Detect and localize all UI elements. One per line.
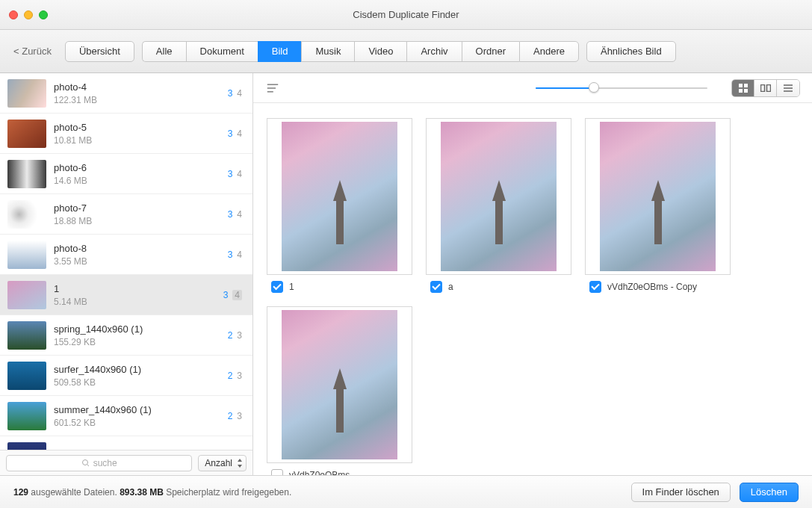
list-item[interactable]: photo-718.88 MB34: [0, 194, 252, 235]
delete-in-finder-button[interactable]: Im Finder löschen: [631, 483, 731, 502]
tab-alle[interactable]: Alle: [142, 41, 186, 62]
svg-point-0: [82, 459, 87, 465]
close-window-button[interactable]: [9, 10, 18, 19]
item-size: 10.81 MB: [54, 135, 228, 146]
thumbnail: [7, 79, 46, 108]
card-name: vVdhZ0eOBms: [289, 470, 350, 475]
svg-rect-10: [766, 84, 770, 91]
tab-andere[interactable]: Andere: [519, 41, 579, 62]
card-image: [441, 122, 557, 271]
status-text: 129 ausgewählte Dateien. 893.38 MB Speic…: [13, 487, 291, 498]
titlebar: Cisdem Duplicate Finder: [0, 0, 812, 30]
item-size: 601.52 KB: [54, 418, 228, 428]
thumbnail: [7, 160, 46, 188]
thumbnail-size-slider[interactable]: [536, 87, 707, 90]
item-counts: 34: [228, 250, 242, 260]
thumbnail: [7, 321, 46, 350]
svg-rect-8: [744, 89, 748, 93]
preview-grid-scroll[interactable]: 1avVdhZ0eOBms - CopyvVdhZ0eOBms: [253, 103, 812, 475]
overview-button[interactable]: Übersicht: [65, 41, 134, 62]
tab-dokument[interactable]: Dokument: [186, 41, 258, 62]
item-name: photo-6: [54, 162, 228, 173]
window-controls: [9, 10, 48, 19]
sidebar: photo-4122.31 MB34photo-510.81 MB34photo…: [0, 73, 253, 475]
sort-icon[interactable]: [265, 82, 280, 94]
list-item[interactable]: summer_1440x960 (1)601.52 KB23: [0, 396, 252, 436]
item-size: 18.88 MB: [54, 216, 228, 226]
preview-card[interactable]: vVdhZ0eOBms - Copy: [585, 118, 731, 293]
card-image: [282, 122, 397, 271]
item-name: winter_1440x960 (1): [54, 450, 238, 450]
back-button[interactable]: < Zurück: [13, 46, 52, 57]
view-grid-button[interactable]: [732, 80, 754, 96]
minimize-window-button[interactable]: [24, 10, 33, 19]
card-name: a: [448, 282, 453, 292]
item-name: photo-7: [54, 202, 228, 214]
item-size: 14.6 MB: [54, 176, 228, 186]
tab-ordner[interactable]: Ordner: [462, 41, 519, 62]
item-size: 155.29 KB: [54, 337, 228, 347]
footer: 129 ausgewählte Dateien. 893.38 MB Speic…: [0, 475, 812, 508]
card-image: [600, 122, 716, 271]
list-item[interactable]: photo-83.55 MB34: [0, 235, 252, 275]
select-checkbox[interactable]: [271, 469, 283, 475]
item-name: surfer_1440x960 (1): [54, 364, 228, 375]
search-input[interactable]: suche: [6, 455, 192, 471]
item-counts: 23: [228, 330, 242, 341]
preview-card[interactable]: vVdhZ0eOBms: [267, 306, 412, 475]
sort-select[interactable]: Anzahl: [198, 455, 247, 471]
list-item[interactable]: photo-510.81 MB34: [0, 114, 252, 154]
card-frame: [426, 118, 571, 275]
thumbnail: [7, 362, 46, 390]
list-item[interactable]: 15.14 MB34: [0, 275, 252, 315]
item-counts: 34: [228, 128, 242, 139]
thumbnail: [7, 402, 46, 430]
sidebar-footer: suche Anzahl: [0, 450, 252, 475]
duplicate-group-list[interactable]: photo-4122.31 MB34photo-510.81 MB34photo…: [0, 73, 252, 450]
item-name: summer_1440x960 (1): [54, 404, 228, 415]
svg-rect-5: [739, 84, 743, 87]
card-image: [282, 310, 397, 459]
toolbar: < Zurück Übersicht AlleDokumentBildMusik…: [0, 30, 812, 73]
select-checkbox[interactable]: [271, 281, 283, 293]
delete-button[interactable]: Löschen: [740, 483, 799, 502]
item-name: photo-4: [54, 81, 228, 93]
item-counts: 34: [228, 209, 242, 220]
selected-count: 129: [13, 487, 28, 498]
item-counts: 23: [228, 371, 242, 381]
card-name: vVdhZ0eOBms - Copy: [607, 282, 697, 292]
similar-image-button[interactable]: Ähnliches Bild: [586, 41, 676, 62]
preview-card[interactable]: 1: [267, 118, 412, 293]
list-item[interactable]: spring_1440x960 (1)155.29 KB23: [0, 315, 252, 356]
item-name: photo-8: [54, 243, 228, 254]
zoom-window-button[interactable]: [39, 10, 48, 19]
item-size: 3.55 MB: [54, 256, 228, 267]
list-item[interactable]: winter_1440x960 (1): [0, 436, 252, 450]
view-compare-button[interactable]: [754, 80, 777, 96]
thumbnail: [7, 241, 46, 269]
item-size: 509.58 KB: [54, 377, 228, 388]
preview-card[interactable]: a: [426, 118, 571, 293]
view-list-button[interactable]: [777, 80, 799, 96]
select-checkbox[interactable]: [589, 281, 601, 293]
tab-video[interactable]: Video: [354, 41, 406, 62]
item-counts: 34: [228, 88, 242, 99]
freed-size: 893.38 MB: [120, 487, 164, 498]
list-item[interactable]: surfer_1440x960 (1)509.58 KB23: [0, 356, 252, 396]
svg-line-1: [87, 464, 89, 466]
item-counts: 34: [228, 169, 242, 179]
sort-select-value: Anzahl: [205, 458, 232, 468]
item-name: spring_1440x960 (1): [54, 323, 228, 335]
tab-bild[interactable]: Bild: [258, 41, 302, 62]
tab-musik[interactable]: Musik: [301, 41, 354, 62]
item-name: photo-5: [54, 122, 228, 133]
select-checkbox[interactable]: [430, 281, 442, 293]
list-item[interactable]: photo-614.6 MB34: [0, 154, 252, 194]
list-item[interactable]: photo-4122.31 MB34: [0, 73, 252, 114]
tab-archiv[interactable]: Archiv: [406, 41, 461, 62]
preview-grid: 1avVdhZ0eOBms - CopyvVdhZ0eOBms: [267, 118, 799, 475]
view-mode-segment: [731, 79, 800, 97]
thumbnail: [7, 281, 46, 309]
item-size: 122.31 MB: [54, 95, 228, 105]
thumbnail: [7, 442, 46, 450]
